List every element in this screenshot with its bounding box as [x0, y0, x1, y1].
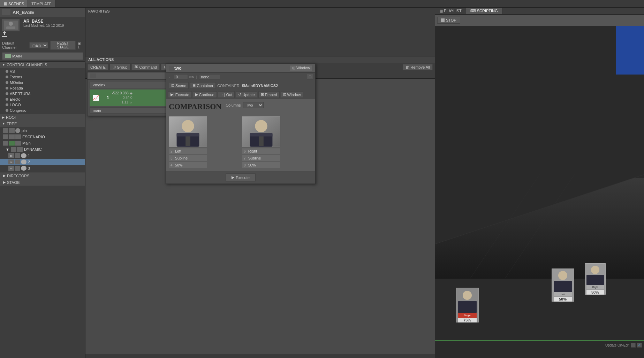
reset-stage-button[interactable]: RESET STAGE [50, 41, 76, 50]
main-layout: AR_BASE AR_BASE Last Modified: 15-12-201… [0, 8, 644, 358]
ar-base-thumbnail [2, 19, 20, 31]
channel-congreso[interactable]: Congreso [0, 108, 85, 113]
channel-totems[interactable]: Totems [0, 74, 85, 80]
gpi-number-input[interactable] [174, 74, 188, 80]
tree-item-dynamic[interactable]: ▼ DYNAMIC [0, 146, 85, 153]
ar-base-section: AR_BASE AR_BASE Last Modified: 15-12-201… [0, 8, 85, 62]
tree-item-main[interactable]: Main [0, 140, 85, 146]
gpi-pipe-icon: | [196, 75, 197, 79]
continue-action-btn[interactable]: ▶ Continue [193, 91, 217, 98]
trash-icon: 🗑 [406, 65, 409, 69]
svg-point-2 [9, 22, 13, 26]
center-area: FAVORITES ALL ACTIONS CREATE ⊞ Group ⌘ C… [85, 8, 435, 358]
out-action-btn[interactable]: →| Out [218, 91, 235, 98]
main-button[interactable]: MAIN [2, 52, 83, 60]
right-field-6: 6 Right [242, 148, 280, 154]
channel-electo[interactable]: Electo [0, 96, 85, 102]
update-action-btn[interactable]: ↺ Update [236, 91, 257, 98]
directors-header[interactable]: ▶ DIRECTORS [0, 172, 85, 179]
favorites-bar: FAVORITES [85, 8, 435, 56]
command-icon: ⌘ [134, 65, 138, 69]
execute-row: ▶ Execute [166, 171, 315, 184]
left-field-3: 3 Subline [169, 155, 207, 161]
bottom-exec-icon: ▶ [232, 175, 234, 180]
tab-template[interactable]: TEMPLATE [28, 0, 55, 7]
gpi-none-input[interactable] [199, 74, 220, 80]
dynamic-arrow: ▼ [6, 147, 9, 151]
tree-item-pin[interactable]: pin [0, 127, 85, 134]
window-button[interactable]: ⊞ Window [290, 65, 312, 71]
dynamic-icons [11, 147, 23, 152]
svg-rect-17 [250, 133, 273, 137]
ar-base-upload-icon[interactable] [2, 31, 83, 38]
main-tree-label: Main [22, 141, 31, 145]
svg-rect-19 [435, 105, 644, 178]
dialog-two-icon [169, 66, 174, 71]
svg-text:75%: 75% [463, 318, 471, 322]
dynamic-3-label: 3 [28, 166, 30, 170]
dynamic-item-3[interactable]: sc 3 [0, 165, 85, 171]
container-tab-btn[interactable]: ⊞ Container [190, 82, 216, 89]
dyn1-icon2 [15, 153, 20, 158]
update-toggle[interactable] [631, 343, 636, 348]
bottom-scrollbar[interactable] [85, 354, 435, 358]
gpi-box-icon[interactable]: ⊡ [307, 74, 313, 80]
control-channels-list: VS Totems MOnitor Rosada ABERTURA Electo… [0, 68, 85, 114]
dyn3-icons: sc [8, 166, 26, 171]
stop-button[interactable]: STOP [437, 17, 460, 24]
stage-header[interactable]: ▶ STAGE [0, 179, 85, 186]
svg-rect-10 [185, 136, 190, 146]
ar-base-icon [2, 9, 10, 15]
svg-text:Left: Left [561, 293, 565, 296]
create-button[interactable]: CREATE [88, 64, 108, 70]
embed-action-btn[interactable]: ⊞ Embed [258, 91, 280, 98]
svg-rect-33 [554, 281, 572, 292]
window-action-btn[interactable]: ⊡ Window [281, 91, 303, 98]
scripting-tab[interactable]: ⌨ SCRIPTING [466, 8, 502, 14]
execute-action-btn[interactable]: ▶| Execute [168, 91, 192, 98]
svg-point-14 [255, 120, 267, 132]
channel-logo[interactable]: LOGO [0, 102, 85, 108]
main-btn-icon [5, 54, 11, 58]
channel-abertura[interactable]: ABERTURA [0, 91, 85, 96]
escenario-icons [3, 134, 21, 139]
control-channels-header[interactable]: ▼ CONTROL CHANNELS [0, 62, 85, 68]
esc-icon3 [15, 134, 21, 139]
remove-all-button[interactable]: 🗑 Remove All [403, 64, 433, 70]
command-button[interactable]: ⌘ Command [131, 64, 160, 70]
main-icon1 [3, 141, 8, 146]
svg-rect-5 [2, 36, 7, 37]
svg-point-32 [558, 271, 567, 280]
preview-stage: Single Candidate 75% Le [435, 26, 644, 358]
channel-monitor[interactable]: MOnitor [0, 80, 85, 85]
svg-point-24 [463, 291, 472, 300]
dyn3-icon3 [21, 166, 26, 171]
ar-base-name: AR_BASE [0, 8, 85, 17]
dynamic-item-2[interactable]: sc 2 [0, 159, 85, 165]
svg-rect-25 [458, 301, 477, 313]
comparison-images: 2 Left 3 Subline 4 50% [169, 116, 312, 168]
channel-rosada[interactable]: Rosada [0, 85, 85, 91]
scene-container-tabs: ⊡ Scene ⊞ Container CONTAINER: $MainSDYN… [166, 81, 315, 90]
update-extra-toggle[interactable]: ✓ [637, 343, 642, 348]
channel-select[interactable]: main [29, 42, 48, 48]
svg-text:Single: Single [464, 314, 471, 317]
tree-header[interactable]: ▼ TREE [0, 120, 85, 127]
gpi-row: ← ms | ⊡ [166, 73, 315, 81]
playlist-tab[interactable]: ▦ PLAYLIST [435, 8, 466, 14]
comparison-panel: COMPARISON Columns Two One Three [166, 99, 315, 171]
chart-icon: 📈 [92, 94, 99, 101]
channel-vs[interactable]: VS [0, 69, 85, 74]
group-button[interactable]: ⊞ Group [110, 64, 130, 70]
bottom-execute-btn[interactable]: ▶ Execute [226, 173, 256, 181]
dynamic-item-1[interactable]: sc 1 [0, 153, 85, 159]
right-top-tabs: ▦ PLAYLIST ⌨ SCRIPTING [435, 8, 644, 15]
main-icons [3, 141, 21, 146]
root-header[interactable]: ▶ ROOT [0, 114, 85, 120]
escenario-label: ESCENARIO [22, 135, 45, 139]
scene-tab-btn[interactable]: ⊡ Scene [169, 82, 189, 89]
columns-select[interactable]: Two One Three [243, 102, 264, 108]
dyn-icon2 [17, 147, 23, 152]
tab-scenes[interactable]: ▦ SCENES [0, 0, 28, 7]
tree-item-escenario[interactable]: ESCENARIO [0, 134, 85, 140]
